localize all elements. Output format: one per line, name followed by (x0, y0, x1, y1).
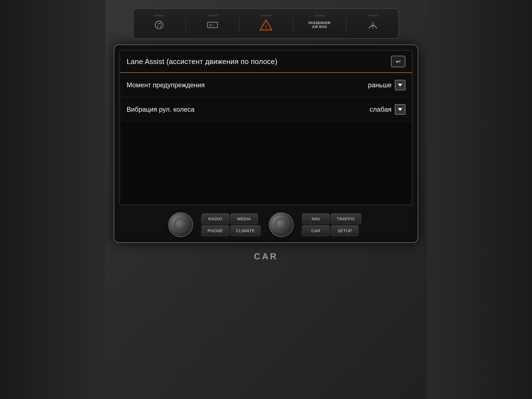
screen: Lane Assist (ассистент движения по полос… (119, 50, 413, 205)
svg-text:!: ! (265, 24, 267, 30)
nav-button[interactable]: NAV (302, 213, 330, 224)
car-button[interactable]: CAR (302, 225, 330, 236)
row1-right: раньше (368, 80, 405, 90)
svg-text:🎵: 🎵 (156, 22, 162, 28)
passenger-airbag-button[interactable]: PASSENGER AIR BAG (312, 15, 327, 33)
top-button-1[interactable]: 🎵 (151, 15, 167, 33)
media-button[interactable]: MEDIA (230, 213, 258, 224)
back-button[interactable]: ↩ (391, 56, 405, 67)
screen-title: Lane Assist (ассистент движения по полос… (127, 57, 277, 66)
screen-empty-area (120, 122, 412, 194)
button-row-top-right: NAV TRAFFIC (302, 213, 361, 224)
phone-button[interactable]: PHONE (201, 225, 229, 236)
button-row-top-left: RADIO MEDIA (201, 213, 260, 224)
svg-text:P↔: P↔ (209, 23, 216, 27)
row2-right: слабая (370, 104, 405, 115)
row1-label: Момент предупреждения (127, 81, 205, 89)
menu-row-warning-moment[interactable]: Момент предупреждения раньше (120, 73, 412, 97)
menu-row-vibration[interactable]: Вибрация рул. колеса слабая (120, 97, 412, 122)
radio-button[interactable]: RADIO (201, 213, 229, 224)
row1-value: раньше (368, 81, 392, 89)
right-button-group: NAV TRAFFIC CAR SETUP (302, 213, 361, 236)
top-button-strip: 🎵 P↔ (133, 8, 399, 39)
center-knob[interactable] (269, 212, 294, 237)
row2-dropdown[interactable] (395, 104, 405, 115)
button-row-bottom-right: CAR SETUP (302, 225, 361, 236)
bottom-controls: RADIO MEDIA PHONE CLIMATE NAV (119, 212, 413, 237)
row2-label: Вибрация рул. колеса (127, 106, 195, 113)
car-bottom-label: CAR (254, 251, 278, 262)
center-knob-inner (274, 218, 288, 232)
left-button-group: RADIO MEDIA PHONE CLIMATE (201, 213, 260, 236)
row1-dropdown[interactable] (395, 80, 405, 90)
row2-value: слабая (370, 106, 392, 113)
screen-header: Lane Assist (ассистент движения по полос… (120, 51, 412, 73)
infotainment-unit: Lane Assist (ассистент движения по полос… (114, 44, 418, 243)
setup-button[interactable]: SETUP (331, 225, 359, 236)
hazard-button[interactable]: ! (258, 15, 273, 33)
left-knob-inner (174, 218, 188, 232)
climate-button[interactable]: CLIMATE (230, 225, 260, 236)
button-row-bottom-left: PHONE CLIMATE (201, 225, 260, 236)
passenger-airbag-label: PASSENGER AIR BAG (309, 21, 331, 29)
top-button-5[interactable] (365, 15, 381, 33)
left-knob[interactable] (168, 212, 193, 237)
top-button-2[interactable]: P↔ (205, 15, 220, 33)
traffic-button[interactable]: TRAFFIC (331, 213, 361, 224)
